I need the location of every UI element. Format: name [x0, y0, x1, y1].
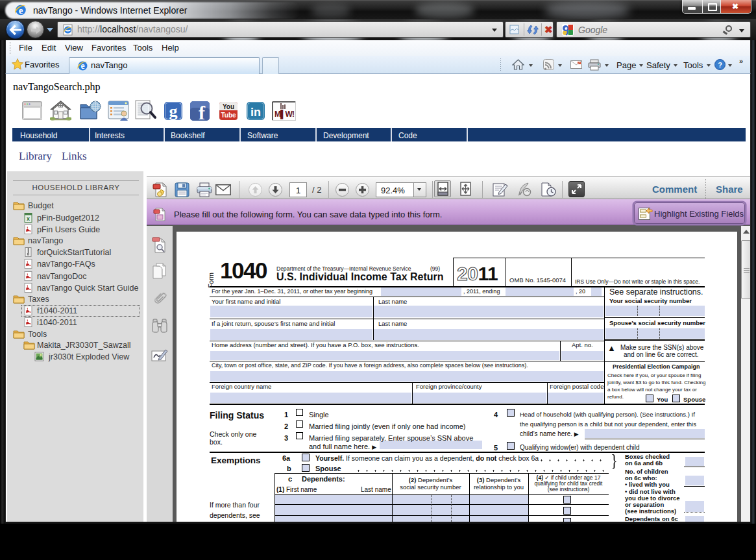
svg-text:Tube: Tube — [221, 112, 236, 119]
svg-text:f: f — [199, 102, 206, 121]
svg-text:?: ? — [718, 61, 722, 69]
svg-text:You: You — [223, 103, 234, 110]
svg-text:g: g — [169, 102, 178, 120]
svg-text:in: in — [250, 106, 261, 119]
svg-text:M▌W!: M▌W! — [274, 110, 295, 119]
